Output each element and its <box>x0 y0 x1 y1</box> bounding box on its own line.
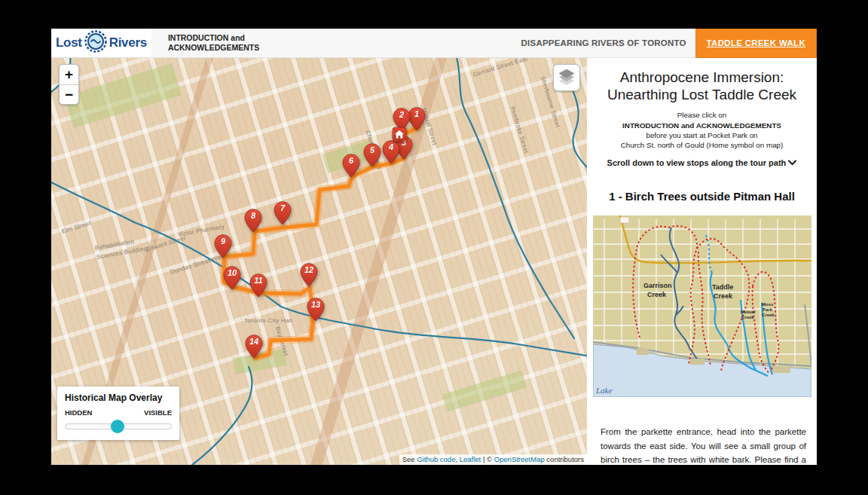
stop-marker-14[interactable]: 14 <box>245 335 263 359</box>
stop-marker-number: 6 <box>342 156 360 165</box>
inset-label-mutual: Mutual <box>741 310 756 314</box>
map-attribution: See Github code, Leaflet | © OpenStreetM… <box>399 454 587 465</box>
logo-text-rivers: Rivers <box>109 35 147 50</box>
panel-title: Anthropocene Immersion: Unearthing Lost … <box>587 69 817 103</box>
overlay-hidden-label: HIDDEN <box>65 408 92 417</box>
nav-introduction-link[interactable]: INTRODUCTION and ACKNOWLEDGEMENTS <box>168 33 296 53</box>
stop-1-heading: 1 - Birch Trees outside Pitman Hall <box>587 190 817 203</box>
panel-title-line2: Unearthing Lost Taddle Creek <box>587 86 817 103</box>
inset-label-mosspark: Park <box>763 307 773 312</box>
zoom-in-button[interactable]: + <box>60 65 78 84</box>
stop-marker-7[interactable]: 7 <box>274 201 292 225</box>
stop-marker-number: 9 <box>214 237 232 246</box>
stop-marker-number: 10 <box>223 268 241 277</box>
stop-marker-number: 5 <box>363 145 381 154</box>
slider-thumb[interactable] <box>111 420 124 433</box>
stop-marker-8[interactable]: 8 <box>244 209 262 233</box>
stop-marker-12[interactable]: 12 <box>300 263 318 287</box>
logo-text-lost: Lost <box>56 35 82 50</box>
inset-label-mosspark: Moss <box>762 302 774 307</box>
intro-line: Please click on <box>587 110 817 120</box>
scroll-hint-text: Scroll down to view stops along the tour… <box>607 158 787 167</box>
app-window: Lost Rivers INTRODUCTION and ACKNOWLEDGE… <box>51 29 817 465</box>
stop-marker-10[interactable]: 10 <box>223 266 241 290</box>
stop-marker-number: 12 <box>300 265 318 274</box>
openstreetmap-link[interactable]: OpenStreetMap <box>494 455 545 463</box>
overlay-opacity-slider[interactable] <box>65 422 172 431</box>
stop-marker-number: 11 <box>249 276 267 285</box>
stop-marker-number: 7 <box>274 203 292 212</box>
panel-title-line1: Anthropocene Immersion: <box>587 69 817 86</box>
stop-marker-number: 14 <box>245 337 263 346</box>
overlay-title: Historical Map Overlay <box>65 393 172 403</box>
stop-marker-4[interactable]: 4 <box>382 140 400 164</box>
layers-control-button[interactable] <box>553 64 580 91</box>
zoom-control: + − <box>59 64 79 105</box>
panel-intro-text: Please click on INTRODUCTION and ACKNOWL… <box>587 110 817 150</box>
chevron-down-icon <box>788 158 796 167</box>
stop-marker-number: 4 <box>382 142 400 151</box>
attribution-text: See <box>402 455 417 463</box>
stop-marker-6[interactable]: 6 <box>342 154 360 178</box>
stop-marker-number: 8 <box>244 211 262 220</box>
inset-label-taddle: Taddle <box>712 283 733 291</box>
inset-map-image: Garrison Creek Taddle Creek Mutual Creek… <box>593 215 811 397</box>
stop-marker-number: 2 <box>393 110 411 119</box>
lost-rivers-logo[interactable]: Lost Rivers <box>53 30 151 57</box>
inset-label-garrison: Garrison <box>643 282 672 289</box>
attribution-text: contributors <box>545 455 584 463</box>
stop-marker-number: 13 <box>307 300 325 309</box>
github-code-link[interactable]: Github code <box>417 455 455 463</box>
intro-line: Church St. north of Gould (Home symbol o… <box>587 140 817 150</box>
stop-marker-13[interactable]: 13 <box>307 298 325 322</box>
inset-label-taddle: Creek <box>714 292 733 300</box>
overlay-visible-label: VISIBLE <box>144 408 172 417</box>
inset-label-lake: Lake <box>595 386 613 395</box>
stop-description-text: From the parkette entrance, head into th… <box>601 425 806 465</box>
leaflet-map[interactable]: Elm StreetRehabilitationSciences Buildin… <box>51 58 587 465</box>
intro-line: before you start at Pocket Park on <box>587 130 817 140</box>
lost-rivers-logo-icon <box>84 30 107 56</box>
scroll-down-hint[interactable]: Scroll down to view stops along the tour… <box>587 158 817 167</box>
historical-overlay-control: Historical Map Overlay HIDDEN VISIBLE <box>57 387 179 440</box>
intro-line-bold: INTRODUCTION and ACKNOWLEDGEMENTS <box>587 121 817 130</box>
stop-marker-5[interactable]: 5 <box>363 143 381 167</box>
home-marker[interactable] <box>393 127 407 142</box>
taddle-creek-walk-button[interactable]: TADDLE CREEK WALK <box>695 29 817 58</box>
zoom-out-button[interactable]: − <box>60 84 78 104</box>
tour-side-panel[interactable]: Anthropocene Immersion: Unearthing Lost … <box>587 58 817 465</box>
stop-marker-9[interactable]: 9 <box>214 234 232 258</box>
layers-icon <box>557 66 576 89</box>
stop-marker-11[interactable]: 11 <box>249 273 267 298</box>
nav-disappearing-rivers-link[interactable]: DISAPPEARING RIVERS OF TORONTO <box>521 38 686 47</box>
inset-label-mosspark: Creek <box>762 313 775 317</box>
inset-label-garrison: Creek <box>647 291 667 298</box>
inset-label-mutual: Creek <box>741 315 754 319</box>
attribution-text: | © <box>481 455 494 463</box>
leaflet-link[interactable]: Leaflet <box>460 455 481 463</box>
top-navbar: Lost Rivers INTRODUCTION and ACKNOWLEDGE… <box>51 29 817 58</box>
